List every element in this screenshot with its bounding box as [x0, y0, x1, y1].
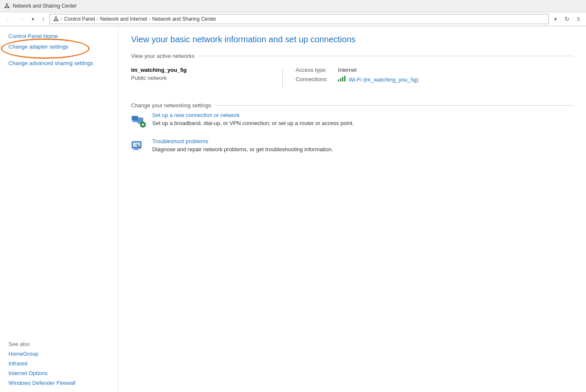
address-path: 🖧 › Control Panel › Network and Internet…: [49, 14, 549, 24]
dropdown-button[interactable]: ▼: [551, 16, 560, 22]
connections-row: Connections: Wi-Fi (im_watching_you_5g): [296, 76, 573, 83]
up-button[interactable]: ↑: [40, 15, 47, 23]
svg-rect-8: [142, 123, 143, 126]
sidebar: Control Panel Home Change adapter settin…: [0, 26, 118, 392]
title-bar: 🖧 Network and Sharing Center: [0, 0, 586, 12]
network-row: im_watching_you_5g Public network Access…: [131, 63, 573, 92]
back-button[interactable]: ←: [3, 15, 14, 23]
troubleshoot-link[interactable]: Troubleshoot problems: [152, 138, 333, 144]
access-type-value: Internet: [338, 67, 356, 73]
wifi-connection-link[interactable]: Wi-Fi (im_watching_you_5g): [349, 76, 419, 83]
refresh-button[interactable]: ↻: [562, 15, 572, 23]
active-networks-header: View your active networks: [131, 53, 573, 59]
network-type: Public network: [131, 75, 270, 81]
recent-pages-button[interactable]: ▼: [29, 16, 37, 22]
troubleshoot-item: Troubleshoot problems Diagnose and repai…: [131, 138, 573, 154]
path-control-panel[interactable]: Control Panel: [64, 16, 95, 22]
troubleshoot-text: Troubleshoot problems Diagnose and repai…: [152, 138, 333, 152]
svg-rect-12: [133, 149, 139, 150]
sidebar-item-windows-defender-firewall[interactable]: Windows Defender Firewall: [8, 380, 110, 386]
address-bar: ← → ▼ ↑ 🖧 › Control Panel › Network and …: [0, 12, 586, 26]
title-bar-network-icon: 🖧: [4, 3, 10, 9]
main-layout: Control Panel Home Change adapter settin…: [0, 26, 586, 392]
see-also-label: See also: [8, 341, 110, 347]
search-button[interactable]: S: [574, 16, 583, 22]
network-name-col: im_watching_you_5g Public network: [131, 67, 283, 88]
svg-rect-1: [133, 120, 137, 121]
address-network-icon: 🖧: [53, 16, 59, 22]
page-title: View your basic network information and …: [131, 35, 573, 44]
setup-connection-text: Set up a new connection or network Set u…: [152, 112, 354, 126]
networking-settings: Change your networking settings: [131, 102, 573, 154]
svg-rect-3: [137, 118, 143, 122]
troubleshoot-icon: [131, 139, 146, 154]
path-network-internet[interactable]: Network and Internet: [100, 16, 147, 22]
sidebar-item-control-panel-home[interactable]: Control Panel Home: [8, 33, 110, 39]
sidebar-item-change-adapter-settings[interactable]: Change adapter settings: [8, 44, 110, 50]
sidebar-item-homegroup[interactable]: HomeGroup: [8, 351, 110, 357]
connections-value: Wi-Fi (im_watching_you_5g): [338, 76, 418, 83]
setup-connection-link[interactable]: Set up a new connection or network: [152, 112, 354, 118]
troubleshoot-desc: Diagnose and repair network problems, or…: [152, 146, 333, 152]
path-network-sharing-center[interactable]: Network and Sharing Center: [152, 16, 216, 22]
content-area: View your basic network information and …: [118, 26, 586, 392]
sidebar-item-infrared[interactable]: Infrared: [8, 360, 110, 367]
connections-label: Connections:: [296, 76, 338, 82]
wifi-signal-icon: [338, 76, 345, 82]
forward-button[interactable]: →: [16, 15, 26, 23]
setup-connection-desc: Set up a broadband, dial-up, or VPN conn…: [152, 120, 354, 126]
networking-settings-header: Change your networking settings: [131, 102, 573, 109]
setup-connection-icon: [131, 113, 146, 128]
access-type-label: Access type:: [296, 67, 338, 73]
sidebar-item-internet-options[interactable]: Internet Options: [8, 370, 110, 376]
access-type-row: Access type: Internet: [296, 67, 573, 73]
network-info-col: Access type: Internet Connections:: [283, 67, 573, 85]
sidebar-bottom-links: HomeGroup Infrared Internet Options Wind…: [8, 351, 110, 386]
svg-rect-2: [132, 121, 137, 122]
network-name: im_watching_you_5g: [131, 67, 270, 73]
svg-rect-11: [135, 148, 137, 149]
sidebar-item-change-advanced-sharing[interactable]: Change advanced sharing settings: [8, 60, 110, 66]
title-bar-text: Network and Sharing Center: [13, 3, 77, 9]
active-networks-panel: im_watching_you_5g Public network Access…: [131, 63, 573, 92]
setup-connection-item: Set up a new connection or network Set u…: [131, 112, 573, 128]
change-adapter-wrapper: Change adapter settings: [8, 44, 110, 50]
